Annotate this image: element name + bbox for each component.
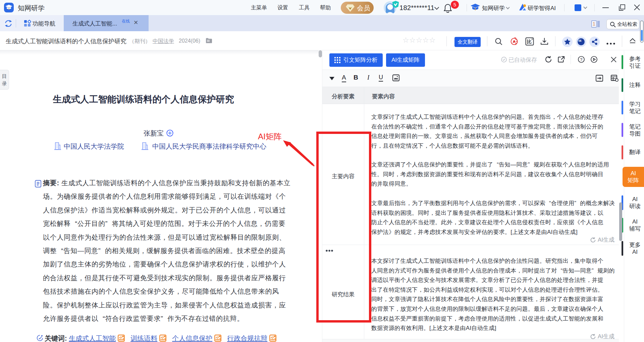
svg-text:“: “: [578, 38, 582, 46]
svg-text:?: ?: [580, 57, 582, 62]
svg-text:比: 比: [527, 39, 532, 44]
